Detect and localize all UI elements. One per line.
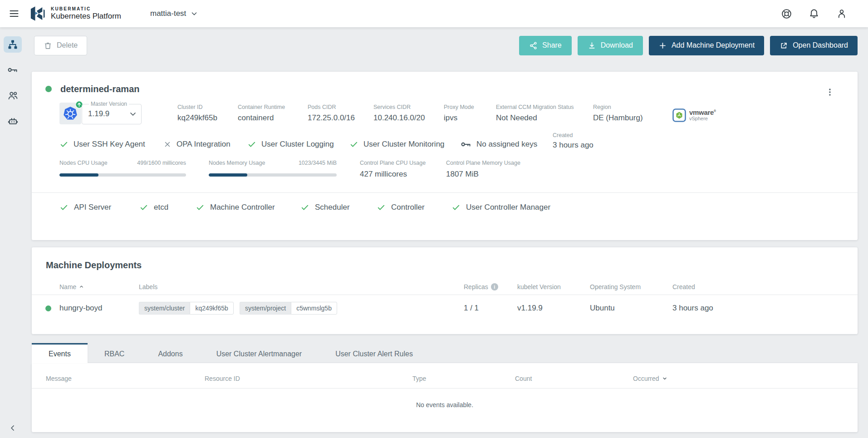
events-empty-message: No events available. [32, 389, 858, 421]
detail-external-ccm: External CCM Migration Status Not Needed [496, 104, 593, 123]
md-name: hungry-boyd [59, 304, 139, 313]
cluster-details: Cluster ID kq249kf65b Container Runtime … [177, 103, 716, 123]
machine-deployment-row[interactable]: hungry-boyd system/cluster kq249kf65b sy… [32, 295, 858, 321]
machine-deployments-card: Machine Deployments Name Labels Replicas… [32, 247, 858, 334]
kubernetes-version-box [59, 103, 81, 124]
created-label: Created [553, 132, 593, 138]
sidebar-item-members[interactable] [4, 87, 22, 103]
tab-events[interactable]: Events [32, 343, 88, 363]
app: KUBERMATIC Kubernetes Platform mattia-te… [0, 0, 868, 438]
machine-deployments-header: Name Labels Replicas i kubelet Version O… [32, 279, 858, 295]
topbar-actions [780, 7, 848, 20]
brand[interactable]: KUBERMATIC Kubernetes Platform [27, 4, 121, 23]
sidebar-item-ssh-keys[interactable] [4, 62, 22, 78]
user-menu-button[interactable] [835, 7, 848, 20]
tab-rbac[interactable]: RBAC [88, 343, 141, 363]
delete-button[interactable]: Delete [34, 36, 87, 55]
md-replicas: 1 / 1 [464, 304, 517, 313]
sidebar-item-clusters[interactable] [4, 36, 22, 53]
download-label: Download [601, 41, 633, 49]
detail-label: Services CIDR [373, 104, 444, 110]
column-kubelet-version: kubelet Version [517, 283, 590, 290]
bell-icon [809, 8, 819, 19]
detail-value: Not Needed [496, 113, 593, 123]
master-version-dropdown[interactable]: Master Version 1.19.9 [82, 103, 142, 124]
vmware-brand: vmware® [689, 109, 716, 116]
open-dashboard-button[interactable]: Open Dashboard [770, 36, 858, 55]
feature-label: User Cluster Logging [261, 140, 334, 149]
sort-caret-up-icon [79, 284, 84, 289]
nodes-cpu-progressbar [59, 173, 186, 177]
help-button[interactable] [780, 7, 793, 20]
detail-label: External CCM Migration Status [496, 104, 593, 110]
feature-user-cluster-monitoring: User Cluster Monitoring [349, 139, 461, 150]
cluster-title-row: determined-raman [32, 72, 858, 95]
column-resource-id: Resource ID [205, 375, 412, 382]
health-scheduler: Scheduler [300, 203, 377, 212]
download-icon [588, 41, 596, 50]
notifications-button[interactable] [808, 7, 820, 20]
feature-label: No assigned keys [476, 140, 537, 149]
add-machine-deployment-label: Add Machine Deployment [672, 41, 755, 49]
detail-value: ipvs [444, 113, 496, 123]
add-machine-deployment-button[interactable]: Add Machine Deployment [649, 36, 764, 55]
check-icon [300, 203, 309, 212]
sidebar-collapse-button[interactable] [4, 421, 21, 435]
download-button[interactable]: Download [578, 36, 643, 55]
trash-icon [44, 41, 52, 50]
md-status-dot [45, 305, 51, 311]
nodes-memory-progressbar [209, 173, 337, 177]
detail-cluster-id: Cluster ID kq249kf65b [177, 104, 238, 123]
menu-button[interactable] [6, 6, 22, 21]
feature-label: User Cluster Monitoring [363, 140, 445, 149]
column-occurred[interactable]: Occurred [633, 375, 858, 382]
column-replicas: Replicas i [464, 283, 517, 290]
project-selector[interactable]: mattia-test [150, 9, 198, 18]
tab-addons[interactable]: Addons [141, 343, 199, 363]
toolbar: Delete Share [32, 35, 858, 55]
label-key: system/project [240, 302, 291, 315]
info-icon[interactable]: i [491, 283, 498, 290]
cluster-status-dot [45, 86, 52, 92]
share-button[interactable]: Share [519, 36, 572, 55]
check-icon [59, 140, 69, 149]
check-icon [59, 203, 69, 212]
plus-icon [658, 41, 667, 50]
events-header: Message Resource ID Type Count Occurred [32, 363, 858, 389]
usage-label: Nodes CPU Usage [59, 160, 108, 166]
md-labels: system/cluster kq249kf65b system/project… [139, 302, 464, 315]
sidebar-item-service-accounts[interactable] [4, 113, 22, 129]
detail-container-runtime: Container Runtime containerd [238, 104, 308, 123]
column-name[interactable]: Name [59, 283, 139, 290]
usage-value: 1807 MiB [446, 170, 520, 179]
column-created: Created [672, 283, 858, 290]
toolbar-right: Share Download Add [519, 36, 858, 55]
column-count: Count [515, 375, 633, 382]
label-chip: system/cluster kq249kf65b [139, 302, 234, 315]
health-machine-controller: Machine Controller [196, 203, 300, 212]
robot-icon [7, 115, 19, 127]
nodes-memory-usage: Nodes Memory Usage 1023/3445 MiB [209, 160, 337, 179]
column-labels: Labels [139, 283, 464, 290]
usage-value: 499/1600 millicores [137, 160, 186, 166]
detail-value: containerd [238, 113, 308, 123]
main-content: Delete Share [32, 27, 858, 438]
delete-label: Delete [57, 41, 78, 49]
check-icon [349, 140, 358, 149]
chevron-down-icon [128, 109, 137, 118]
control-plane-memory-usage: Control Plane Memory Usage 1807 MiB [446, 160, 520, 179]
check-icon [139, 203, 148, 212]
check-icon [451, 203, 461, 212]
health-label: User Controller Manager [466, 203, 550, 212]
tab-user-cluster-alertmanager[interactable]: User Cluster Alertmanager [200, 343, 319, 363]
health-label: etcd [154, 203, 168, 212]
cluster-usage-row: Nodes CPU Usage 499/1600 millicores Node… [59, 160, 858, 179]
machine-deployments-title: Machine Deployments [32, 247, 858, 271]
cluster-menu-button[interactable] [822, 84, 838, 100]
master-version-value: 1.19.9 [88, 109, 109, 118]
usage-label: Nodes Memory Usage [209, 160, 265, 166]
health-api-server: API Server [59, 203, 139, 212]
tab-user-cluster-alert-rules[interactable]: User Cluster Alert Rules [319, 343, 430, 363]
share-label: Share [542, 41, 562, 49]
usage-value: 427 millicores [360, 170, 446, 179]
